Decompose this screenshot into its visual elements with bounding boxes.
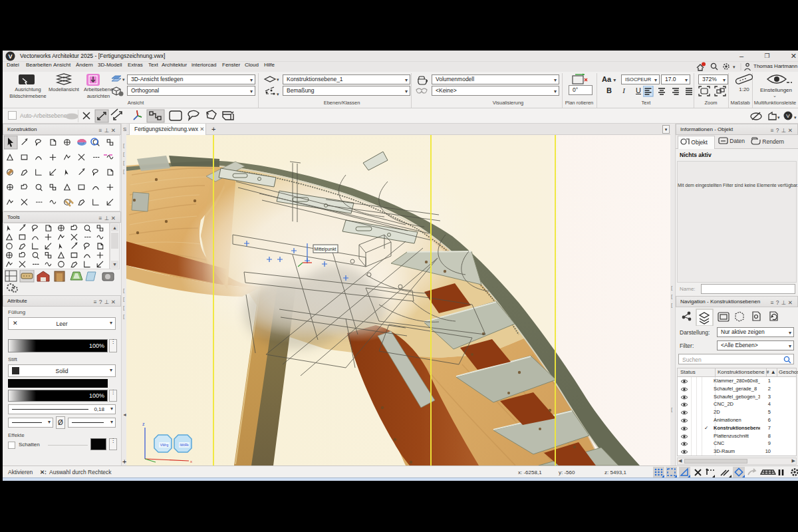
svg-text:▾: ▾ (277, 77, 279, 82)
svg-text:VWrg: VWrg (160, 443, 169, 447)
svg-text:▾: ▾ (277, 92, 279, 96)
svg-text:V: V (8, 53, 12, 60)
svg-text:▾: ▾ (777, 115, 780, 120)
svg-text:Mittelpunkt: Mittelpunkt (315, 247, 336, 252)
svg-text:z: z (142, 422, 145, 426)
svg-text:▾: ▾ (122, 77, 125, 82)
svg-text:V: V (786, 113, 790, 119)
svg-text:x: x (190, 460, 192, 464)
svg-text:▾: ▾ (733, 65, 735, 69)
svg-text:IWtRk: IWtRk (180, 443, 189, 447)
svg-text:▾: ▾ (794, 115, 797, 120)
